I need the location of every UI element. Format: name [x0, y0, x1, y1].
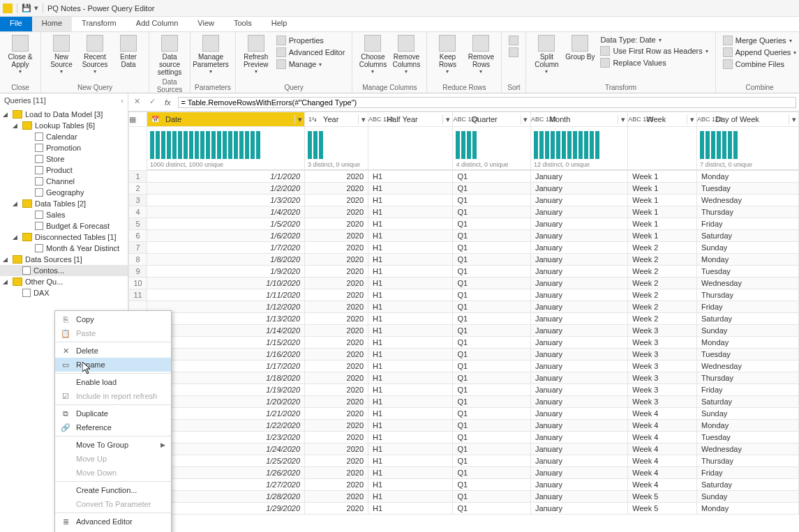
- tree-lookup-1[interactable]: Promotion: [0, 142, 128, 153]
- tab-view[interactable]: View: [188, 17, 224, 31]
- row-number[interactable]: 9: [129, 266, 147, 278]
- filter-dropdown-icon[interactable]: ▾: [442, 115, 452, 124]
- table-row[interactable]: 1/26/20202020H1Q1JanuaryWeek 4Friday: [129, 467, 799, 479]
- sort-desc-button[interactable]: [507, 47, 520, 58]
- manage-parameters-button[interactable]: Manage Parameters: [195, 33, 227, 76]
- filter-dropdown-icon[interactable]: ▾: [789, 115, 798, 124]
- properties-button[interactable]: Properties: [275, 35, 347, 46]
- type-icon[interactable]: ABC 123: [453, 116, 468, 123]
- col-header-date[interactable]: 📅Date▾: [147, 112, 305, 127]
- merge-queries-button[interactable]: Merge Queries: [722, 35, 798, 46]
- tree-other-group[interactable]: ◢Other Qu...: [0, 276, 128, 287]
- manage-button[interactable]: Manage: [275, 59, 347, 70]
- type-icon[interactable]: 📅: [147, 116, 163, 123]
- table-row[interactable]: 1/28/20202020H1Q1JanuaryWeek 5Sunday: [129, 491, 799, 503]
- ctx-properties[interactable]: 🗎Properties...: [55, 529, 171, 532]
- row-number[interactable]: 11: [129, 289, 147, 301]
- tree-ds-group[interactable]: ◢Data Sources [1]: [0, 254, 128, 265]
- recent-sources-button[interactable]: Recent Sources: [79, 33, 111, 76]
- table-row[interactable]: 1/13/20202020H1Q1JanuaryWeek 2Saturday: [129, 313, 799, 325]
- ctx-duplicate[interactable]: ⧉Duplicate: [55, 406, 171, 420]
- queries-header[interactable]: Queries [11]‹: [0, 93, 128, 107]
- col-header-month[interactable]: ABC 123Month▾: [530, 112, 627, 127]
- table-row[interactable]: 7 1/7/20202020H1Q1JanuaryWeek 2Sunday: [129, 242, 799, 254]
- table-row[interactable]: 1/25/20202020H1Q1JanuaryWeek 4Thursday: [129, 455, 799, 467]
- tab-file[interactable]: File: [0, 17, 32, 31]
- keep-rows-button[interactable]: Keep Rows: [431, 33, 463, 76]
- type-icon[interactable]: ABC 123: [628, 116, 643, 123]
- sort-asc-button[interactable]: [507, 35, 520, 46]
- table-row[interactable]: 1/27/20202020H1Q1JanuaryWeek 4Saturday: [129, 479, 799, 491]
- type-icon[interactable]: ABC 123: [697, 116, 712, 123]
- tree-other-0[interactable]: DAX: [0, 287, 128, 298]
- type-icon[interactable]: 1²₃: [305, 116, 320, 123]
- tree-ds-0[interactable]: Contos...: [0, 265, 128, 276]
- row-number[interactable]: 2: [129, 183, 147, 195]
- table-row[interactable]: 1/22/20202020H1Q1JanuaryWeek 4Monday: [129, 420, 799, 432]
- group-by-button[interactable]: Group By: [564, 33, 596, 62]
- table-row[interactable]: 6 1/6/20202020H1Q1JanuaryWeek 1Saturday: [129, 230, 799, 242]
- tree-load-group[interactable]: ◢Load to Data Model [3]: [0, 109, 128, 120]
- row-number[interactable]: 6: [129, 230, 147, 242]
- table-row[interactable]: 1/29/20202020H1Q1JanuaryWeek 5Monday: [129, 503, 799, 515]
- tree-data-0[interactable]: Sales: [0, 209, 128, 220]
- replace-values-button[interactable]: Replace Values: [599, 57, 709, 68]
- tree-data-group[interactable]: ◢Data Tables [2]: [0, 198, 128, 209]
- col-header-week[interactable]: ABC 123Week▾: [628, 112, 697, 127]
- table-row[interactable]: 5 1/5/20202020H1Q1JanuaryWeek 1Friday: [129, 218, 799, 230]
- close-apply-button[interactable]: Close & Apply: [4, 33, 36, 76]
- collapse-pane-icon[interactable]: ‹: [121, 96, 124, 105]
- tree-disc-0[interactable]: Month & Year Distinct: [0, 243, 128, 254]
- filter-dropdown-icon[interactable]: ▾: [687, 115, 696, 124]
- new-source-button[interactable]: New Source: [45, 33, 77, 76]
- tree-lookup-4[interactable]: Channel: [0, 176, 128, 187]
- ctx-move-to-group[interactable]: Move To Group▶: [55, 438, 171, 452]
- undo-dropdown-icon[interactable]: ▾: [34, 3, 38, 13]
- table-row[interactable]: 1/12/20202020H1Q1JanuaryWeek 2Friday: [129, 301, 799, 313]
- table-row[interactable]: 10 1/10/20202020H1Q1JanuaryWeek 2Wednesd…: [129, 278, 799, 289]
- table-row[interactable]: 2 1/2/20202020H1Q1JanuaryWeek 1Tuesday: [129, 183, 799, 195]
- col-header-year[interactable]: 1²₃Year▾: [305, 112, 368, 127]
- ctx-create-function[interactable]: Create Function...: [55, 483, 171, 497]
- type-icon[interactable]: ABC 123: [531, 116, 546, 123]
- filter-dropdown-icon[interactable]: ▾: [521, 115, 530, 124]
- table-row[interactable]: 8 1/8/20202020H1Q1JanuaryWeek 2Monday: [129, 254, 799, 266]
- tab-addcolumn[interactable]: Add Column: [126, 17, 188, 31]
- append-queries-button[interactable]: Append Queries: [722, 47, 798, 58]
- table-row[interactable]: 1/14/20202020H1Q1JanuaryWeek 3Sunday: [129, 325, 799, 337]
- table-row[interactable]: 3 1/3/20202020H1Q1JanuaryWeek 1Wednesday: [129, 195, 799, 206]
- type-icon[interactable]: ABC 123: [368, 116, 384, 123]
- ctx-enable-load[interactable]: Enable load: [55, 375, 171, 389]
- remove-rows-button[interactable]: Remove Rows: [465, 33, 497, 76]
- table-row[interactable]: 1/20/20202020H1Q1JanuaryWeek 3Saturday: [129, 396, 799, 408]
- combine-files-button[interactable]: Combine Files: [722, 59, 798, 70]
- tree-lookup-0[interactable]: Calendar: [0, 131, 128, 142]
- row-number[interactable]: 10: [129, 278, 147, 289]
- tab-transform[interactable]: Transform: [72, 17, 126, 31]
- tree-disc-group[interactable]: ◢Disconnected Tables [1]: [0, 231, 128, 243]
- remove-columns-button[interactable]: Remove Columns: [390, 33, 422, 76]
- save-icon[interactable]: 💾: [22, 3, 31, 13]
- tree-data-1[interactable]: Budget & Forecast: [0, 220, 128, 231]
- first-row-headers-button[interactable]: Use First Row as Headers: [599, 45, 709, 56]
- table-row[interactable]: 1/23/20202020H1Q1JanuaryWeek 4Tuesday: [129, 432, 799, 443]
- table-row[interactable]: 1/19/20202020H1Q1JanuaryWeek 3Friday: [129, 384, 799, 396]
- data-source-settings-button[interactable]: Data source settings: [154, 33, 186, 77]
- table-row[interactable]: 1 1/1/20202020H1Q1JanuaryWeek 1Monday: [129, 171, 799, 183]
- row-number[interactable]: 4: [129, 206, 147, 218]
- table-row[interactable]: 9 1/9/20202020H1Q1JanuaryWeek 2Tuesday: [129, 266, 799, 278]
- tab-tools[interactable]: Tools: [224, 17, 262, 31]
- table-row[interactable]: 1/18/20202020H1Q1JanuaryWeek 3Thursday: [129, 372, 799, 384]
- table-row[interactable]: 1/17/20202020H1Q1JanuaryWeek 3Wednesday: [129, 360, 799, 372]
- col-header-quarter[interactable]: ABC 123Quarter▾: [453, 112, 530, 127]
- filter-dropdown-icon[interactable]: ▾: [618, 115, 627, 124]
- filter-dropdown-icon[interactable]: ▾: [358, 115, 368, 124]
- col-header-half-year[interactable]: ABC 123Half Year▾: [368, 112, 453, 127]
- formula-input[interactable]: [178, 97, 796, 108]
- fx-icon[interactable]: fx: [162, 98, 174, 107]
- filter-dropdown-icon[interactable]: ▾: [294, 115, 304, 124]
- row-number[interactable]: 7: [129, 242, 147, 254]
- col-header-day-of-week[interactable]: ABC 123Day of Week▾: [697, 112, 799, 127]
- ctx-rename[interactable]: ▭Rename: [55, 358, 171, 372]
- tab-home[interactable]: Home: [32, 17, 72, 31]
